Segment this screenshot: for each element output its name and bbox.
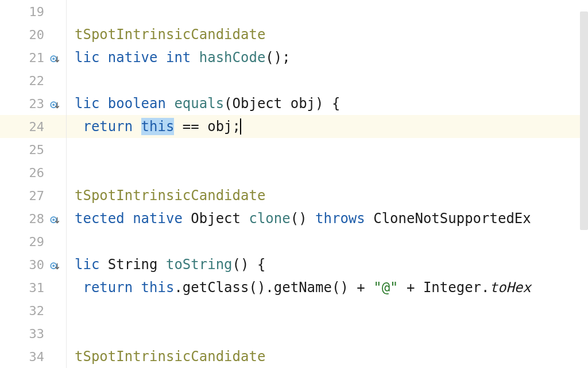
gutter-line[interactable]: 22: [0, 69, 66, 92]
code-token: return this: [83, 279, 174, 296]
line-number: 26: [20, 166, 44, 180]
line-number: 34: [20, 350, 44, 364]
gutter-line[interactable]: 24: [0, 115, 66, 138]
gutter: 192021 2223 2425262728 2930 31323334: [0, 0, 67, 368]
code-token: hashCode: [199, 49, 266, 66]
code-line[interactable]: tSpotIntrinsicCandidate: [67, 23, 588, 46]
gutter-line[interactable]: 21: [0, 46, 66, 69]
code-token: lic: [75, 256, 108, 273]
code-token: toHex: [490, 279, 531, 296]
code-line[interactable]: lic String toString() {: [67, 253, 588, 276]
code-token: [75, 118, 83, 135]
text-caret: [240, 118, 241, 135]
gutter-line[interactable]: 19: [0, 0, 66, 23]
code-token: tected native: [75, 210, 191, 227]
code-line[interactable]: [67, 322, 588, 345]
svg-point-3: [52, 103, 55, 106]
line-number: 30: [20, 258, 44, 272]
code-token: tSpotIntrinsicCandidate: [75, 187, 265, 204]
code-token: (): [291, 210, 315, 227]
code-token: .getClass().getName() +: [174, 279, 373, 296]
code-token: tSpotIntrinsicCandidate: [75, 26, 265, 43]
code-line[interactable]: tected native Object clone() throws Clon…: [67, 207, 588, 230]
code-area[interactable]: tSpotIntrinsicCandidatelic native int ha…: [67, 0, 588, 368]
gutter-line[interactable]: 28: [0, 207, 66, 230]
line-number: 22: [20, 74, 44, 88]
code-line[interactable]: return this.getClass().getName() + "@" +…: [67, 276, 588, 299]
code-token: String: [108, 256, 166, 273]
gutter-line[interactable]: 33: [0, 322, 66, 345]
line-number: 31: [20, 281, 44, 295]
gutter-line[interactable]: 31: [0, 276, 66, 299]
line-number: 29: [20, 235, 44, 249]
code-token: clone: [249, 210, 290, 227]
code-token: "@": [373, 279, 398, 296]
code-editor[interactable]: 192021 2223 2425262728 2930 31323334 tSp…: [0, 0, 588, 368]
code-line[interactable]: [67, 69, 588, 92]
code-line[interactable]: tSpotIntrinsicCandidate: [67, 345, 588, 368]
code-token: (Object obj) {: [224, 95, 340, 112]
svg-point-7: [52, 264, 55, 267]
code-token: [75, 279, 83, 296]
line-number: 27: [20, 189, 44, 203]
code-token: return: [83, 118, 141, 135]
line-number: 24: [20, 120, 44, 134]
override-down-icon[interactable]: [50, 213, 60, 224]
code-line[interactable]: return this == obj;: [67, 115, 588, 138]
code-line[interactable]: [67, 0, 588, 23]
code-line[interactable]: [67, 161, 588, 184]
code-token: lic native int: [75, 49, 199, 66]
code-token: toString: [166, 256, 233, 273]
gutter-line[interactable]: 25: [0, 138, 66, 161]
code-token: + Integer.: [399, 279, 490, 296]
gutter-line[interactable]: 30: [0, 253, 66, 276]
override-down-icon[interactable]: [50, 52, 60, 63]
code-token: CloneNotSupportedEx: [373, 210, 531, 227]
code-token: tSpotIntrinsicCandidate: [75, 348, 265, 365]
code-line[interactable]: lic native int hashCode();: [67, 46, 588, 69]
gutter-line[interactable]: 26: [0, 161, 66, 184]
code-line[interactable]: [67, 138, 588, 161]
gutter-line[interactable]: 23: [0, 92, 66, 115]
line-number: 33: [20, 327, 44, 341]
line-number: 21: [20, 51, 44, 65]
svg-point-5: [52, 218, 55, 221]
gutter-line[interactable]: 20: [0, 23, 66, 46]
gutter-line[interactable]: 29: [0, 230, 66, 253]
line-number: 20: [20, 28, 44, 42]
code-token: lic boolean: [75, 95, 174, 112]
code-line[interactable]: [67, 230, 588, 253]
svg-point-1: [52, 57, 55, 60]
line-number: 25: [20, 143, 44, 157]
code-line[interactable]: tSpotIntrinsicCandidate: [67, 184, 588, 207]
gutter-line[interactable]: 27: [0, 184, 66, 207]
override-down-icon[interactable]: [50, 98, 60, 109]
gutter-line[interactable]: 32: [0, 299, 66, 322]
code-line[interactable]: [67, 299, 588, 322]
code-token: ();: [265, 49, 290, 66]
code-token: throws: [315, 210, 373, 227]
line-number: 32: [20, 304, 44, 318]
code-token: equals: [174, 95, 224, 112]
line-number: 19: [20, 5, 44, 19]
code-token: () {: [233, 256, 266, 273]
code-line[interactable]: lic boolean equals(Object obj) {: [67, 92, 588, 115]
line-number: 23: [20, 97, 44, 111]
code-token: == obj;: [174, 118, 241, 135]
gutter-line[interactable]: 34: [0, 345, 66, 368]
code-token: this: [141, 118, 175, 135]
vertical-scrollbar[interactable]: [580, 12, 588, 230]
line-number: 28: [20, 212, 44, 226]
override-down-icon[interactable]: [50, 259, 60, 270]
code-token: Object: [191, 210, 249, 227]
